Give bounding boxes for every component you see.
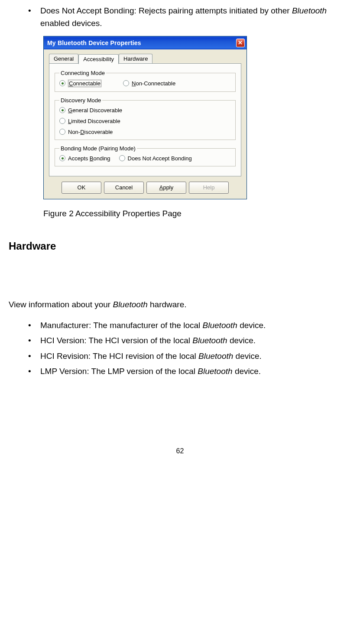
ok-button[interactable]: OK [62, 182, 101, 194]
cancel-button[interactable]: Cancel [104, 182, 144, 194]
bullet-does-not-accept: • Does Not Accept Bonding: Rejects pairi… [9, 4, 351, 30]
group-discovery-mode: Discovery Mode General Discoverable Limi… [55, 97, 236, 140]
radio-general-discoverable[interactable]: General Discoverable [59, 107, 231, 114]
tab-hardware[interactable]: Hardware [119, 54, 152, 63]
radio-connectable[interactable]: Connectable [59, 80, 101, 87]
document-page: • Does Not Accept Bonding: Rejects pairi… [0, 0, 360, 472]
radio-label: Non-Discoverable [68, 129, 113, 135]
text-italic: Bluetooth [113, 300, 147, 309]
text-italic: Bluetooth [198, 351, 233, 361]
radio-icon [59, 107, 65, 113]
text-prefix: Manufacturer: The manufacturer of the lo… [40, 321, 203, 330]
dialog-title: My Bluetooth Device Properties [47, 39, 141, 46]
radio-label: Does Not Accept Bonding [128, 155, 192, 162]
text-prefix: LMP Version: The LMP version of the loca… [40, 367, 198, 376]
tab-strip: General Accessibility Hardware [49, 54, 241, 64]
bullet-text: Does Not Accept Bonding: Rejects pairing… [40, 4, 351, 30]
figure-caption: Figure 2 Accessibility Properties Page [9, 209, 351, 218]
hw-bullet-hci-revision: • HCI Revision: The HCI revision of the … [9, 350, 351, 362]
bullet-marker: • [28, 334, 40, 347]
text-italic: Bluetooth [198, 367, 232, 376]
bullet-marker: • [28, 319, 40, 332]
radio-label: Accepts Bonding [68, 155, 110, 162]
radio-non-discoverable[interactable]: Non-Discoverable [59, 129, 231, 135]
bullet-text: HCI Revision: The HCI revision of the lo… [40, 350, 351, 362]
radio-icon [59, 129, 65, 135]
text-suffix: device. [233, 351, 261, 361]
text-prefix: Does Not Accept Bonding: Rejects pairing… [40, 6, 292, 15]
radio-label: Limited Discoverable [68, 118, 120, 124]
hardware-intro: View information about your Bluetooth ha… [9, 300, 351, 309]
bullet-marker: • [28, 4, 40, 30]
text-suffix: device. [237, 321, 266, 330]
tab-accessibility[interactable]: Accessibility [78, 54, 119, 64]
text-italic: Bluetooth [192, 336, 227, 345]
apply-button[interactable]: Apply [146, 182, 186, 194]
dialog-window: My Bluetooth Device Properties ✕ General… [43, 36, 247, 199]
text-prefix: HCI Revision: The HCI revision of the lo… [40, 351, 198, 361]
dialog-titlebar: My Bluetooth Device Properties ✕ [44, 36, 246, 49]
radio-non-connectable[interactable]: Non-Connectable [123, 80, 175, 87]
legend-bonding: Bonding Mode (Pairing Mode) [59, 145, 137, 152]
bullet-text: HCI Version: The HCI version of the loca… [40, 334, 351, 347]
text-suffix: device. [227, 336, 256, 345]
dialog-screenshot: My Bluetooth Device Properties ✕ General… [9, 36, 351, 199]
hw-bullet-hci-version: • HCI Version: The HCI version of the lo… [9, 334, 351, 347]
page-number: 62 [9, 447, 351, 455]
tab-general[interactable]: General [49, 54, 78, 63]
dialog-button-row: OK Cancel Apply Help [49, 182, 241, 194]
bullet-text: LMP Version: The LMP version of the loca… [40, 365, 351, 377]
radio-limited-discoverable[interactable]: Limited Discoverable [59, 118, 231, 124]
radio-icon [59, 80, 65, 86]
text-italic: Bluetooth [203, 321, 237, 330]
hw-bullet-lmp-version: • LMP Version: The LMP version of the lo… [9, 365, 351, 377]
group-bonding-mode: Bonding Mode (Pairing Mode) Accepts Bond… [55, 145, 236, 166]
text-suffix: enabled devices. [40, 19, 102, 28]
legend-connecting: Connecting Mode [59, 70, 106, 76]
close-icon[interactable]: ✕ [236, 39, 245, 47]
legend-discovery: Discovery Mode [59, 97, 102, 104]
help-button[interactable]: Help [189, 182, 229, 194]
bullet-text: Manufacturer: The manufacturer of the lo… [40, 319, 351, 332]
text-suffix: hardware. [148, 300, 187, 309]
radio-label-connectable: Connectable [68, 80, 101, 87]
radio-label: General Discoverable [68, 107, 122, 114]
text-prefix: HCI Version: The HCI version of the loca… [40, 336, 192, 345]
group-connecting-mode: Connecting Mode Connectable Non-Connecta… [55, 70, 236, 92]
radio-icon [59, 118, 65, 124]
radio-accepts-bonding[interactable]: Accepts Bonding [59, 155, 110, 162]
radio-icon [119, 155, 125, 161]
bullet-marker: • [28, 365, 40, 377]
radio-icon [59, 155, 65, 161]
tab-body: Connecting Mode Connectable Non-Connecta… [49, 64, 241, 176]
text-suffix: device. [233, 367, 261, 376]
bullet-marker: • [28, 350, 40, 362]
radio-icon [123, 80, 129, 86]
hw-bullet-manufacturer: • Manufacturer: The manufacturer of the … [9, 319, 351, 332]
hardware-heading: Hardware [9, 240, 351, 252]
text-prefix: View information about your [9, 300, 113, 309]
text-italic: Bluetooth [292, 6, 327, 15]
radio-label-non-connectable: Non-Connectable [132, 80, 175, 87]
radio-does-not-accept-bonding[interactable]: Does Not Accept Bonding [119, 155, 192, 162]
